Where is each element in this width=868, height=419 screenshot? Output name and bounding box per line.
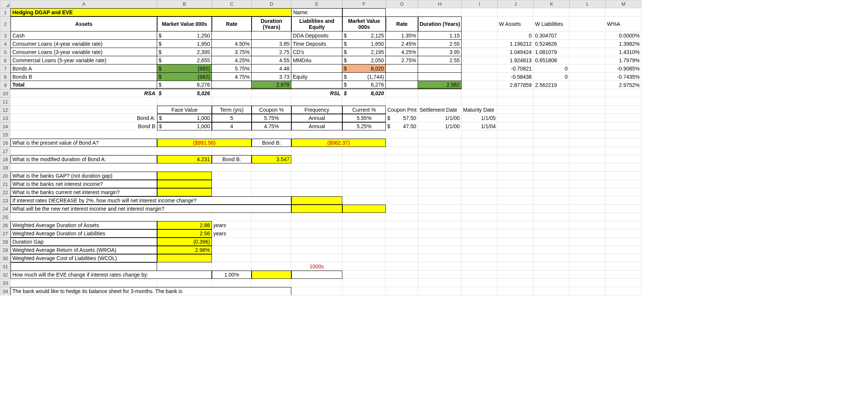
cell[interactable]: Weighted Average Duration of Assets bbox=[10, 221, 157, 229]
header-mv[interactable]: Market Value 000s bbox=[157, 16, 212, 31]
cell[interactable] bbox=[498, 172, 534, 180]
cell[interactable]: Settlement Date bbox=[418, 106, 462, 114]
cell[interactable] bbox=[291, 213, 342, 221]
cell[interactable]: $1,950 bbox=[157, 40, 212, 48]
cell[interactable]: 2.45% bbox=[386, 40, 418, 48]
cell[interactable] bbox=[606, 279, 642, 287]
row-header-7[interactable]: 7 bbox=[0, 64, 10, 73]
cell[interactable] bbox=[498, 188, 534, 196]
cell[interactable]: Maturity Date bbox=[462, 106, 498, 114]
cell[interactable] bbox=[534, 188, 570, 196]
cell[interactable] bbox=[386, 81, 418, 89]
cell[interactable] bbox=[498, 114, 534, 122]
cell[interactable] bbox=[462, 213, 498, 221]
cell[interactable] bbox=[462, 254, 498, 262]
cell[interactable] bbox=[10, 279, 157, 287]
cell[interactable] bbox=[534, 246, 570, 254]
cell[interactable] bbox=[418, 139, 462, 147]
row-header-11[interactable]: 11 bbox=[0, 97, 10, 106]
cell[interactable] bbox=[570, 73, 606, 81]
cell[interactable] bbox=[570, 114, 606, 122]
row-header-2[interactable]: 2 bbox=[0, 16, 10, 31]
row-header-6[interactable]: 6 bbox=[0, 56, 10, 64]
row-header-14[interactable]: 14 bbox=[0, 122, 10, 130]
cell[interactable] bbox=[570, 262, 606, 271]
cell[interactable] bbox=[570, 56, 606, 64]
cell[interactable]: 4.48 bbox=[252, 64, 291, 73]
cell[interactable] bbox=[10, 106, 157, 114]
row-header-3[interactable]: 3 bbox=[0, 31, 10, 40]
cell[interactable] bbox=[252, 147, 291, 155]
cell[interactable] bbox=[498, 163, 534, 172]
row-header-27[interactable]: 27 bbox=[0, 229, 10, 238]
cell[interactable]: $8,020 bbox=[342, 89, 386, 97]
cell[interactable] bbox=[252, 188, 291, 196]
cell[interactable]: 1/1/00 bbox=[418, 114, 462, 122]
cell[interactable]: 4.75% bbox=[252, 122, 291, 130]
cell[interactable]: How much will the EVE change if interest… bbox=[10, 271, 212, 279]
cell[interactable] bbox=[534, 279, 570, 287]
cell[interactable] bbox=[342, 147, 386, 155]
cell[interactable] bbox=[498, 221, 534, 229]
cell[interactable]: 2.9752% bbox=[606, 81, 642, 89]
cell[interactable] bbox=[570, 16, 606, 31]
cell[interactable] bbox=[212, 279, 252, 287]
cell[interactable] bbox=[386, 188, 418, 196]
cell[interactable]: Bonds A bbox=[10, 64, 157, 73]
cell[interactable] bbox=[212, 81, 252, 89]
cell[interactable] bbox=[462, 89, 498, 97]
cell[interactable] bbox=[418, 172, 462, 180]
cell[interactable]: Term (yrs) bbox=[212, 106, 252, 114]
cell[interactable]: Coupon % bbox=[252, 106, 291, 114]
cell[interactable] bbox=[252, 130, 291, 139]
cell[interactable]: $57.50 bbox=[386, 114, 418, 122]
cell[interactable] bbox=[386, 287, 418, 295]
cell[interactable] bbox=[386, 246, 418, 254]
cell[interactable] bbox=[291, 180, 342, 188]
cell[interactable] bbox=[386, 8, 418, 16]
cell[interactable] bbox=[534, 163, 570, 172]
cell[interactable] bbox=[462, 279, 498, 287]
cell[interactable] bbox=[498, 147, 534, 155]
cell[interactable] bbox=[418, 205, 462, 213]
row-header-33[interactable]: 33 bbox=[0, 279, 10, 287]
row-header-25[interactable]: 25 bbox=[0, 213, 10, 221]
cell[interactable] bbox=[291, 246, 342, 254]
row-header-15[interactable]: 15 bbox=[0, 130, 10, 139]
cell[interactable] bbox=[212, 213, 252, 221]
cell[interactable] bbox=[157, 254, 212, 262]
cell[interactable]: Consumer Loans (3-year variable rate) bbox=[10, 48, 157, 56]
cell[interactable] bbox=[462, 221, 498, 229]
cell[interactable] bbox=[606, 106, 642, 114]
cell[interactable] bbox=[386, 229, 418, 238]
cell[interactable]: 0.0000% bbox=[606, 31, 642, 40]
cell[interactable] bbox=[157, 147, 212, 155]
cell[interactable] bbox=[498, 246, 534, 254]
cell[interactable] bbox=[570, 31, 606, 40]
row-header-19[interactable]: 19 bbox=[0, 163, 10, 172]
cell[interactable] bbox=[212, 246, 252, 254]
cell[interactable] bbox=[570, 229, 606, 238]
row-header-9[interactable]: 9 bbox=[0, 81, 10, 89]
cell[interactable] bbox=[606, 8, 642, 16]
cell[interactable] bbox=[606, 139, 642, 147]
cell[interactable] bbox=[462, 8, 498, 16]
cell[interactable]: Frequency bbox=[291, 106, 342, 114]
cell[interactable]: 2.88 bbox=[157, 221, 212, 229]
header-assets[interactable]: Assets bbox=[10, 16, 157, 31]
cell[interactable] bbox=[498, 130, 534, 139]
cell[interactable] bbox=[534, 213, 570, 221]
cell[interactable] bbox=[418, 262, 462, 271]
cell[interactable] bbox=[157, 213, 212, 221]
cell[interactable] bbox=[291, 147, 342, 155]
cell[interactable] bbox=[606, 213, 642, 221]
cell[interactable] bbox=[212, 254, 252, 262]
cell[interactable]: 0 bbox=[534, 64, 570, 73]
cell[interactable] bbox=[386, 73, 418, 81]
cell[interactable] bbox=[462, 246, 498, 254]
cell[interactable]: 0 bbox=[498, 31, 534, 40]
cell[interactable]: $6,276 bbox=[342, 81, 386, 89]
cell[interactable] bbox=[418, 238, 462, 246]
cell[interactable]: $1,000 bbox=[157, 114, 212, 122]
cell[interactable] bbox=[606, 114, 642, 122]
